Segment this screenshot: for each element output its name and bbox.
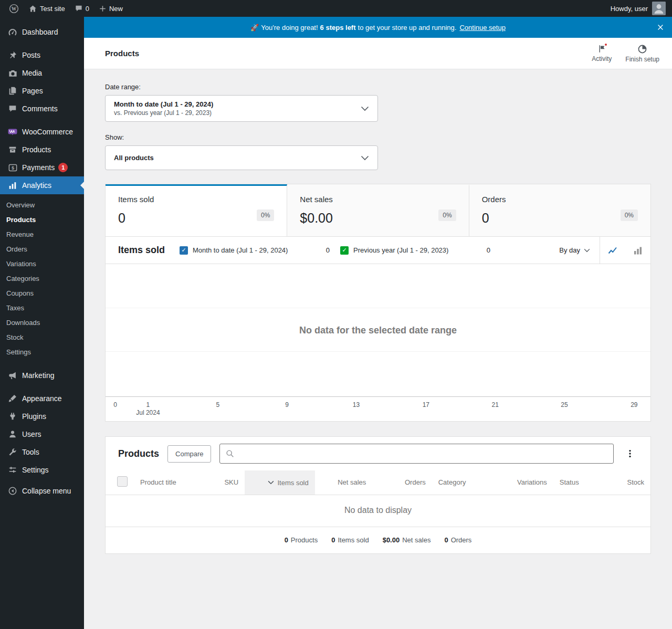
dashboard-icon — [7, 27, 18, 37]
sidebar-item-comments[interactable]: Comments — [0, 100, 84, 118]
admin-bar-comments[interactable]: 0 — [70, 0, 94, 17]
sidebar-item-plugins[interactable]: Plugins — [0, 407, 84, 425]
sidebar-item-label: Analytics — [22, 181, 51, 190]
finish-setup-button[interactable]: Finish setup — [625, 44, 659, 63]
submenu-item-orders[interactable]: Orders — [0, 242, 84, 256]
legend-current-period[interactable]: Month to date (Jul 1 - 29, 2024) 0 — [174, 237, 335, 264]
wordpress-logo-menu[interactable]: W — [4, 0, 24, 17]
submenu-item-overview[interactable]: Overview — [0, 197, 84, 212]
show-dropdown[interactable]: All products — [105, 145, 378, 170]
submenu-item-categories[interactable]: Categories — [0, 271, 84, 286]
sidebar-item-analytics[interactable]: Analytics — [0, 176, 84, 194]
submenu-item-taxes[interactable]: Taxes — [0, 300, 84, 315]
column-net-sales[interactable]: Net sales — [315, 470, 373, 495]
activity-button[interactable]: Activity — [592, 44, 612, 62]
admin-sidebar: Dashboard Posts Media Pages Comments — [0, 17, 84, 629]
tab-net-sales[interactable]: Net sales $0.00 0% — [287, 184, 469, 236]
kebab-menu-icon[interactable] — [622, 447, 638, 460]
sidebar-item-woocommerce[interactable]: WooCommerce — [0, 123, 84, 141]
column-product-title[interactable]: Product title — [134, 470, 201, 495]
show-value: All products — [114, 154, 354, 162]
analytics-bars-icon — [7, 180, 18, 191]
legend-previous-period[interactable]: Previous year (Jul 1 - 29, 2023) 0 — [335, 237, 496, 264]
legend-value: 0 — [326, 246, 330, 254]
sidebar-item-dashboard[interactable]: Dashboard — [0, 23, 84, 41]
select-all-checkbox[interactable] — [117, 476, 128, 487]
column-items-sold[interactable]: Items sold — [245, 470, 315, 495]
checkbox-checked-icon[interactable] — [340, 246, 349, 255]
bar-chart-icon — [633, 245, 643, 256]
interval-select[interactable]: By day — [550, 237, 600, 264]
sidebar-item-label: Dashboard — [22, 28, 58, 36]
sidebar-item-label: Posts — [22, 51, 40, 59]
sidebar-item-media[interactable]: Media — [0, 64, 84, 82]
column-sku[interactable]: SKU — [201, 470, 245, 495]
line-chart-icon — [607, 245, 618, 256]
submenu-item-settings[interactable]: Settings — [0, 344, 84, 359]
site-name-link[interactable]: Test site — [24, 0, 70, 17]
submenu-item-downloads[interactable]: Downloads — [0, 315, 84, 330]
howdy-text: Howdy, user — [611, 5, 648, 13]
submenu-item-variations[interactable]: Variations — [0, 256, 84, 271]
submenu-item-products[interactable]: Products — [0, 212, 84, 227]
submenu-item-revenue[interactable]: Revenue — [0, 227, 84, 242]
sidebar-item-collapse-menu[interactable]: Collapse menu — [0, 482, 84, 500]
new-label: New — [109, 5, 123, 13]
sidebar-item-label: Settings — [22, 466, 49, 474]
users-person-icon — [7, 429, 18, 439]
continue-setup-link[interactable]: Continue setup — [459, 24, 505, 32]
legend-label: Previous year (Jul 1 - 29, 2023) — [353, 246, 448, 254]
sidebar-item-users[interactable]: Users — [0, 425, 84, 443]
search-input[interactable] — [239, 449, 608, 458]
column-orders[interactable]: Orders — [372, 470, 432, 495]
sidebar-item-products[interactable]: Products — [0, 141, 84, 159]
my-account-menu[interactable]: Howdy, user — [611, 2, 668, 15]
tab-orders[interactable]: Orders 0 0% — [469, 184, 650, 236]
compare-button[interactable]: Compare — [167, 445, 211, 463]
sidebar-item-pages[interactable]: Pages — [0, 82, 84, 100]
admin-bar: W Test site 0 New Howdy, user — [0, 0, 672, 17]
tab-items-sold[interactable]: Items sold 0 0% — [106, 184, 287, 236]
sidebar-item-posts[interactable]: Posts — [0, 46, 84, 64]
column-status: Status — [553, 470, 600, 495]
submenu-item-coupons[interactable]: Coupons — [0, 286, 84, 300]
sidebar-item-label: Appearance — [22, 394, 62, 403]
sidebar-item-payments[interactable]: $ Payments 1 — [0, 159, 84, 176]
column-stock: Stock — [599, 470, 650, 495]
summary-tabs: Items sold 0 0% Net sales $0.00 0% Order… — [106, 184, 650, 237]
svg-text:$: $ — [11, 165, 14, 170]
sidebar-item-appearance[interactable]: Appearance — [0, 390, 84, 407]
show-label: Show: — [105, 133, 651, 141]
legend-label: Month to date (Jul 1 - 29, 2024) — [193, 246, 288, 254]
admin-bar-new[interactable]: New — [94, 0, 128, 17]
sidebar-item-label: WooCommerce — [22, 128, 73, 136]
column-variations[interactable]: Variations — [496, 470, 553, 495]
banner-close-icon[interactable] — [656, 23, 665, 32]
date-range-dropdown[interactable]: Month to date (Jul 1 - 29, 2024) vs. Pre… — [105, 95, 378, 122]
page-header: Products Activity Finish setup — [84, 38, 672, 69]
setup-progress-icon — [637, 44, 647, 54]
sidebar-item-marketing[interactable]: Marketing — [0, 366, 84, 384]
bar-chart-toggle[interactable] — [625, 237, 650, 264]
sort-desc-icon — [268, 480, 274, 485]
date-range-value: Month to date (Jul 1 - 29, 2024) — [114, 100, 354, 108]
analytics-submenu: Overview Products Revenue Orders Variati… — [0, 194, 84, 361]
sidebar-item-settings[interactable]: Settings — [0, 461, 84, 479]
x-tick: 17 — [423, 401, 429, 408]
x-axis-month-label: Jul 2024 — [136, 409, 160, 416]
submenu-item-stock[interactable]: Stock — [0, 330, 84, 344]
sidebar-item-label: Payments — [22, 163, 55, 172]
payments-card-icon: $ — [7, 162, 18, 173]
plus-icon — [99, 5, 107, 13]
line-chart-toggle[interactable] — [600, 237, 625, 264]
sidebar-item-tools[interactable]: Tools — [0, 443, 84, 461]
checkbox-checked-icon[interactable] — [180, 246, 188, 255]
chart-x-axis: 0 1 5 9 13 17 21 25 29 Jul 2024 — [106, 397, 650, 421]
search-box[interactable] — [219, 444, 614, 464]
empty-row: No data to display — [106, 495, 650, 527]
sidebar-item-label: Media — [22, 69, 42, 77]
banner-emoji: 🚀 — [250, 24, 259, 32]
products-table-card: Products Compare — [105, 436, 651, 554]
appearance-brush-icon — [7, 393, 18, 404]
finish-setup-label: Finish setup — [625, 56, 659, 63]
